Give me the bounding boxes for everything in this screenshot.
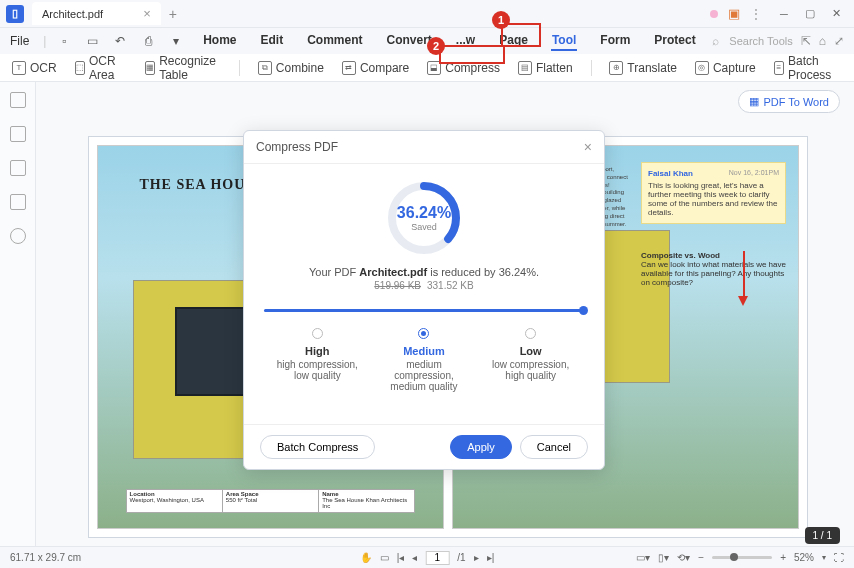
main-menu: Home Edit Comment Convert ...w Page Tool… xyxy=(194,31,704,51)
bookmarks-icon[interactable] xyxy=(10,126,26,142)
notification-icon[interactable]: ▣ xyxy=(728,6,740,21)
menu-form[interactable]: Form xyxy=(599,31,631,51)
menu-row: File | ▫ ▭ ↶ ⎙ ▾ Home Edit Comment Conve… xyxy=(0,28,854,54)
dialog-close-icon[interactable]: × xyxy=(584,139,592,155)
separator xyxy=(239,60,240,76)
arrow-head-icon xyxy=(738,296,748,306)
next-page-icon[interactable]: ▸ xyxy=(474,552,479,563)
more-icon[interactable]: ⋮ xyxy=(750,7,762,21)
expand-icon[interactable]: ⤢ xyxy=(834,34,844,48)
menu-page[interactable]: Page xyxy=(498,31,529,51)
left-sidebar xyxy=(0,82,36,550)
page-input[interactable] xyxy=(425,551,449,565)
ocr-area-icon: ⬚ xyxy=(75,61,85,75)
view-mode-icon[interactable]: ▯▾ xyxy=(658,552,669,563)
fit-width-icon[interactable]: ▭▾ xyxy=(636,552,650,563)
chevron-down-icon[interactable]: ▾ xyxy=(166,31,186,51)
last-page-icon[interactable]: ▸| xyxy=(487,552,495,563)
batch-compress-button[interactable]: Batch Compress xyxy=(260,435,375,459)
compress-icon: ⬓ xyxy=(427,61,441,75)
minimize-button[interactable]: ─ xyxy=(772,5,796,23)
new-tab-button[interactable]: + xyxy=(169,6,177,22)
attachments-icon[interactable] xyxy=(10,194,26,210)
page-total: /1 xyxy=(457,552,465,563)
compare-icon: ⇄ xyxy=(342,61,356,75)
menu-comment[interactable]: Comment xyxy=(306,31,363,51)
batch-icon: ≡ xyxy=(774,61,784,75)
pdf-to-word-button[interactable]: ▦ PDF To Word xyxy=(738,90,840,113)
tool-ocr-area[interactable]: ⬚OCR Area xyxy=(75,54,127,82)
word-icon: ▦ xyxy=(749,95,759,108)
cloud-icon[interactable]: ⌂ xyxy=(819,34,826,48)
page-indicator: 1 / 1 xyxy=(805,527,840,544)
tool-compress[interactable]: ⬓Compress xyxy=(427,61,500,75)
zoom-value: 52% xyxy=(794,552,814,563)
share-icon[interactable]: ⇱ xyxy=(801,34,811,48)
doc-heading: THE SEA HOUS xyxy=(139,177,254,193)
menu-edit[interactable]: Edit xyxy=(260,31,285,51)
combine-icon: ⧉ xyxy=(258,61,272,75)
tool-recognize-table[interactable]: ▦Recognize Table xyxy=(145,54,221,82)
tab-label: Architect.pdf xyxy=(42,8,103,20)
app-logo-icon: ▯ xyxy=(6,5,24,23)
apply-button[interactable]: Apply xyxy=(450,435,512,459)
save-icon[interactable]: ▫ xyxy=(54,31,74,51)
dimensions-label: 61.71 x 29.7 cm xyxy=(10,552,81,563)
cancel-button[interactable]: Cancel xyxy=(520,435,588,459)
status-bar: 61.71 x 29.7 cm ✋ ▭ |◂ ◂ /1 ▸ ▸| ▭▾ ▯▾ ⟲… xyxy=(0,546,854,568)
separator xyxy=(591,60,592,76)
maximize-button[interactable]: ▢ xyxy=(798,5,822,23)
tool-ocr[interactable]: TOCR xyxy=(12,61,57,75)
menu-home[interactable]: Home xyxy=(202,31,237,51)
level-medium[interactable]: Mediummedium compression, medium quality xyxy=(379,328,469,392)
progress-bar xyxy=(264,309,584,312)
menu-protect[interactable]: Protect xyxy=(653,31,696,51)
tool-combine[interactable]: ⧉Combine xyxy=(258,61,324,75)
table-icon: ▦ xyxy=(145,61,155,75)
first-page-icon[interactable]: |◂ xyxy=(397,552,405,563)
flatten-icon: ▤ xyxy=(518,61,532,75)
info-table: LocationWestport, Washington, USA Area S… xyxy=(126,489,416,513)
size-text: 519.96 KB331.52 KB xyxy=(264,280,584,291)
arrow-annotation xyxy=(743,251,745,296)
level-high[interactable]: Highhigh compression, low quality xyxy=(272,328,362,392)
undo-icon[interactable]: ↶ xyxy=(110,31,130,51)
menu-view[interactable]: ...w xyxy=(455,31,476,51)
zoom-slider[interactable] xyxy=(712,556,772,559)
hand-tool-icon[interactable]: ✋ xyxy=(360,552,372,563)
menu-convert[interactable]: Convert xyxy=(386,31,433,51)
tool-batch-process[interactable]: ≡Batch Process xyxy=(774,54,842,82)
menu-tool[interactable]: Tool xyxy=(551,31,577,51)
comments-icon[interactable] xyxy=(10,160,26,176)
zoom-out-icon[interactable]: − xyxy=(698,552,704,563)
search-icon: ⌕ xyxy=(712,34,719,48)
tool-translate[interactable]: ⊕Translate xyxy=(609,61,677,75)
capture-icon: ◎ xyxy=(695,61,709,75)
tool-compare[interactable]: ⇄Compare xyxy=(342,61,409,75)
file-menu[interactable]: File xyxy=(10,34,29,48)
result-text: Your PDF Architect.pdf is reduced by 36.… xyxy=(264,266,584,278)
search-panel-icon[interactable] xyxy=(10,228,26,244)
tool-toolbar: TOCR ⬚OCR Area ▦Recognize Table ⧉Combine… xyxy=(0,54,854,82)
titlebar: ▯ Architect.pdf × + ▣ ⋮ ─ ▢ ✕ xyxy=(0,0,854,28)
translate-icon: ⊕ xyxy=(609,61,623,75)
search-tools-input[interactable]: Search Tools xyxy=(729,35,792,47)
callout-note: Composite vs. Wood Can we look into what… xyxy=(641,251,786,287)
sticky-note[interactable]: Faisal KhanNov 16, 2:01PM This is lookin… xyxy=(641,162,786,224)
prev-page-icon[interactable]: ◂ xyxy=(412,552,417,563)
status-dot-icon xyxy=(710,10,718,18)
level-low[interactable]: Lowlow compression, high quality xyxy=(486,328,576,392)
compress-dialog: Compress PDF × 36.24%Saved Your PDF Arch… xyxy=(243,130,605,470)
tool-capture[interactable]: ◎Capture xyxy=(695,61,756,75)
select-tool-icon[interactable]: ▭ xyxy=(380,552,389,563)
thumbnails-icon[interactable] xyxy=(10,92,26,108)
close-button[interactable]: ✕ xyxy=(824,5,848,23)
fullscreen-icon[interactable]: ⛶ xyxy=(834,552,844,563)
rotate-icon[interactable]: ⟲▾ xyxy=(677,552,690,563)
tool-flatten[interactable]: ▤Flatten xyxy=(518,61,573,75)
folder-icon[interactable]: ▭ xyxy=(82,31,102,51)
tab-close-icon[interactable]: × xyxy=(143,6,151,21)
print-icon[interactable]: ⎙ xyxy=(138,31,158,51)
document-tab[interactable]: Architect.pdf × xyxy=(32,2,161,25)
zoom-in-icon[interactable]: + xyxy=(780,552,786,563)
